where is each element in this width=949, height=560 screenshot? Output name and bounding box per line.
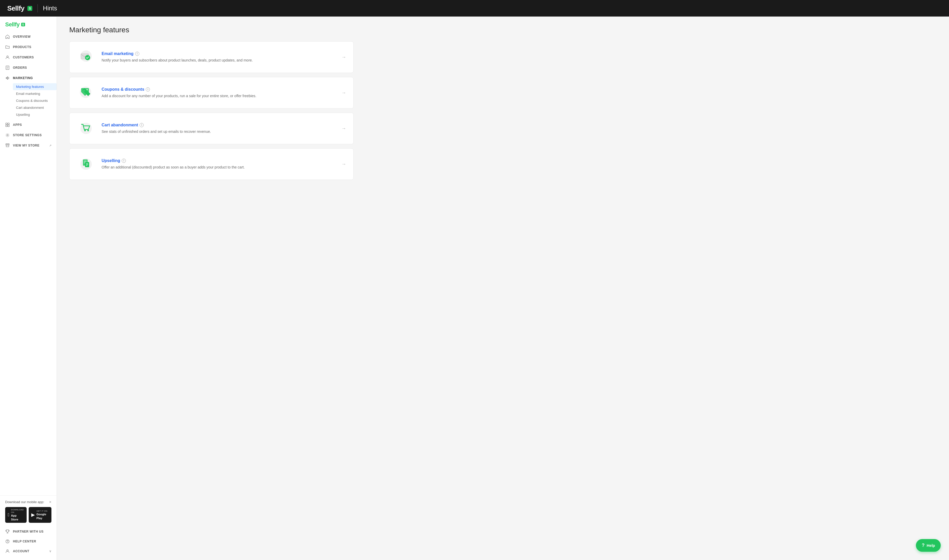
cart-arrow: → — [341, 126, 346, 131]
sidebar-logo: Sellfy S — [0, 17, 57, 32]
help-question-icon: ? — [921, 543, 924, 548]
folder-icon — [5, 45, 10, 49]
account-chevron-down-icon: ∨ — [49, 549, 52, 553]
sidebar-label-overview: Overview — [13, 35, 31, 38]
sidebar-bottom: Download our mobile app: ×  Download on… — [0, 495, 57, 560]
apple-icon:  — [8, 512, 9, 518]
main-content: Marketing features Email mark — [57, 17, 949, 560]
mobile-app-close[interactable]: × — [49, 500, 51, 505]
play-icon: ▶ — [31, 512, 35, 518]
email-marketing-info: Email marketing i Notify your buyers and… — [102, 51, 335, 63]
email-marketing-icon — [77, 48, 95, 66]
sidebar-item-products[interactable]: Products — [0, 42, 57, 52]
email-marketing-info-icon: i — [135, 52, 139, 56]
sidebar: Sellfy S Overview Products — [0, 17, 57, 560]
play-store-label: GET IT ON — [37, 510, 49, 512]
cart-abandonment-card[interactable]: Cart abandonment i See stats of unfinish… — [69, 113, 354, 144]
sidebar-label-apps: Apps — [13, 123, 22, 127]
grid-icon — [5, 123, 10, 127]
sidebar-item-partner[interactable]: Partner With Us — [5, 527, 51, 536]
header-page-title: Hints — [43, 5, 57, 12]
sub-nav-coupons-discounts[interactable]: Coupons & discounts — [13, 97, 57, 104]
gear-icon — [5, 133, 10, 137]
sidebar-label-marketing: Marketing — [13, 76, 33, 80]
sub-nav-marketing-features[interactable]: Marketing features — [13, 83, 57, 90]
account-label: Account — [13, 549, 29, 553]
person-icon — [5, 55, 10, 60]
account-icon — [5, 549, 10, 554]
upselling-info: Upselling i Offer an additional (discoun… — [102, 158, 335, 170]
svg-rect-4 — [6, 125, 7, 127]
svg-rect-5 — [8, 125, 9, 127]
trophy-icon — [5, 529, 10, 534]
help-label: Help — [926, 543, 935, 548]
help-center-icon — [5, 539, 10, 544]
sidebar-item-view-my-store[interactable]: View My Store ↗ — [0, 140, 57, 151]
sub-nav-email-marketing[interactable]: Email marketing — [13, 90, 57, 97]
sidebar-label-view-my-store: View My Store — [13, 144, 40, 147]
email-marketing-desc: Notify your buyers and subscribers about… — [102, 58, 335, 63]
coupons-discounts-icon — [77, 83, 95, 102]
svg-point-0 — [7, 56, 8, 57]
cart-abandonment-info: Cart abandonment i See stats of unfinish… — [102, 123, 335, 134]
upselling-icon — [77, 155, 95, 174]
header-logo-text: Sellfy — [7, 5, 24, 12]
coupons-arrow: → — [341, 90, 346, 95]
mobile-app-section: Download our mobile app: × — [5, 500, 51, 505]
store-icon — [5, 143, 10, 148]
sidebar-item-store-settings[interactable]: Store Settings — [0, 130, 57, 140]
sidebar-item-marketing[interactable]: Marketing — [0, 73, 57, 83]
play-store-button[interactable]: ▶ GET IT ON Google Play — [29, 507, 51, 523]
sidebar-item-overview[interactable]: Overview — [0, 32, 57, 42]
external-link-icon: ↗ — [49, 144, 52, 147]
coupons-discounts-card[interactable]: Coupons & discounts i Add a discount for… — [69, 77, 354, 109]
coupons-discounts-title: Coupons & discounts i — [102, 87, 335, 92]
upselling-desc: Offer an additional (discounted) product… — [102, 165, 335, 170]
header-logo-badge: S — [28, 6, 32, 11]
play-store-name: Google Play — [37, 512, 49, 520]
svg-point-16 — [84, 130, 86, 131]
header-divider — [37, 4, 38, 12]
sidebar-item-orders[interactable]: Orders — [0, 63, 57, 73]
cart-abandonment-icon — [77, 119, 95, 138]
email-marketing-title: Email marketing i — [102, 51, 335, 56]
help-button[interactable]: ? Help — [916, 539, 941, 552]
partner-label: Partner With Us — [13, 530, 44, 533]
cart-abandonment-desc: See stats of unfinished orders and set u… — [102, 129, 335, 134]
main-layout: Sellfy S Overview Products — [0, 17, 949, 560]
home-icon — [5, 34, 10, 39]
sidebar-label-store-settings: Store Settings — [13, 133, 42, 137]
sidebar-label-customers: Customers — [13, 55, 34, 59]
svg-rect-2 — [6, 123, 7, 125]
svg-point-6 — [7, 135, 8, 136]
upselling-info-icon: i — [122, 158, 126, 163]
mobile-app-label: Download our mobile app: — [5, 500, 44, 504]
email-marketing-card[interactable]: Email marketing i Notify your buyers and… — [69, 42, 354, 73]
sidebar-brand-text: Sellfy — [5, 21, 20, 28]
app-store-name: App Store — [11, 514, 24, 521]
receipt-icon — [5, 65, 10, 70]
app-store-button[interactable]:  Download on App Store — [5, 507, 27, 523]
svg-point-9 — [7, 550, 8, 551]
page-heading: Marketing features — [69, 26, 937, 34]
sub-nav-upselling[interactable]: Upselling — [13, 111, 57, 118]
upselling-card[interactable]: Upselling i Offer an additional (discoun… — [69, 148, 354, 180]
coupons-discounts-info: Coupons & discounts i Add a discount for… — [102, 87, 335, 99]
sub-nav-cart-abandonment[interactable]: Cart abandonment — [13, 104, 57, 111]
sidebar-item-apps[interactable]: Apps — [0, 120, 57, 130]
megaphone-icon — [5, 76, 10, 80]
sidebar-brand-badge: S — [21, 23, 25, 26]
header-logo: Sellfy S — [7, 5, 32, 12]
cart-info-icon: i — [140, 123, 144, 127]
cart-abandonment-title: Cart abandonment i — [102, 123, 335, 128]
help-center-label: Help Center — [13, 540, 36, 543]
sidebar-label-orders: Orders — [13, 66, 27, 69]
upselling-title: Upselling i — [102, 158, 335, 163]
sidebar-item-account[interactable]: Account ∨ — [5, 546, 51, 556]
app-store-label: Download on — [11, 509, 24, 514]
sidebar-item-customers[interactable]: Customers — [0, 52, 57, 63]
sidebar-item-help-center[interactable]: Help Center — [5, 537, 51, 546]
sidebar-footer-items: Partner With Us Help Center — [5, 527, 51, 556]
coupons-info-icon: i — [146, 87, 150, 91]
svg-point-17 — [88, 130, 89, 131]
